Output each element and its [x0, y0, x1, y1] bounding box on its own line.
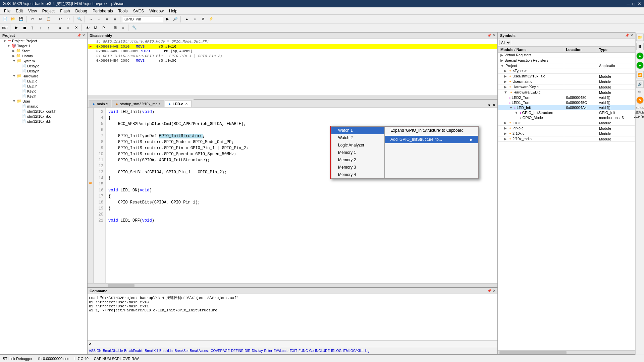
kw-enter[interactable]: Enter [264, 349, 272, 353]
sym-row-sfr[interactable]: ▶Special Function Registers [498, 58, 635, 63]
rsb-calc[interactable]: 🖩 [636, 43, 644, 50]
watch-button[interactable]: 👁 [84, 24, 91, 31]
bp-disable-button[interactable]: ○ [64, 24, 72, 31]
tree-item-key-h[interactable]: ▶ 📄 Key.h [0, 94, 87, 99]
tab-main-c[interactable]: ● main.c [89, 100, 111, 107]
redo-button[interactable]: ↪ [64, 16, 72, 22]
command-close[interactable]: ✕ [493, 289, 495, 293]
sym-row-virtual-reg[interactable]: ▶Virtual Registers [498, 53, 635, 58]
perf-button[interactable]: P [100, 24, 107, 31]
stop2-button[interactable]: ⏹ [21, 24, 28, 31]
menu-item-tools[interactable]: Tools [116, 8, 130, 14]
ctx-memory-3[interactable]: Memory 3 [331, 164, 384, 171]
sym-row-rcc[interactable]: ▶🔸.rcc.c Module [498, 120, 635, 126]
open-button[interactable]: 📂 [9, 16, 17, 22]
kw-log[interactable]: log [365, 349, 369, 353]
zoom-in-button[interactable]: 🔎 [172, 16, 179, 22]
editor-close-button[interactable]: ✕ [492, 103, 495, 107]
run2-button[interactable]: ▶ [13, 24, 20, 31]
tree-item-conf-h[interactable]: ▶ 📄 stm32f10x_conf.h [0, 109, 87, 114]
menu-item-svcs[interactable]: SVCS [130, 8, 147, 14]
toolbox-button[interactable]: 🔧 [131, 24, 138, 31]
rsb-folder[interactable]: 📁 [636, 34, 644, 41]
cut-button[interactable]: ✂ [29, 16, 36, 22]
tree-item-led-h[interactable]: ▶ 📄 LED.h [0, 83, 87, 88]
undo-button[interactable]: ↩ [56, 16, 64, 22]
kw-breaklist[interactable]: BreakList [159, 349, 173, 353]
tree-item-it-c[interactable]: ▶ 📄 stm32f10x_it.c [0, 114, 87, 119]
ctx-memory-4[interactable]: Memory 4 [331, 171, 384, 178]
save-button[interactable]: 💾 [17, 16, 25, 22]
ctx-watch-2[interactable]: Watch 2 [331, 134, 384, 141]
menu-item-debug[interactable]: Debug [73, 8, 90, 14]
ctx-memory-2[interactable]: Memory 2 [331, 156, 384, 164]
new-button[interactable]: 📄 [1, 16, 9, 22]
hscroll-thumb[interactable] [108, 284, 135, 287]
symbols-filter-dropdown[interactable]: All [499, 40, 511, 45]
ctx-submenu-add[interactable]: Add 'GPIO_InitStructure' to... ▶ [385, 136, 478, 143]
menu-item-flash[interactable]: Flash [57, 8, 72, 14]
unindent-button[interactable]: ← [95, 16, 103, 22]
step-out-button[interactable]: ↑ [45, 24, 52, 31]
ctx-logic-analyzer[interactable]: Logic Analyzer [331, 141, 384, 149]
command-pin[interactable]: 📌 [487, 289, 491, 293]
memory-button[interactable]: M [92, 24, 99, 31]
find-button[interactable]: 🔍 [76, 16, 83, 22]
tree-item-hardware[interactable]: ▼ 📁 Hardware [0, 73, 87, 78]
symbols-hscroll[interactable] [498, 350, 635, 354]
sym-row-2f10x[interactable]: ▶🔸2f10x.c Module [498, 131, 635, 136]
tree-item-led-c[interactable]: ▶ 📄 LED.c [0, 78, 87, 83]
rsb-wifi[interactable]: 📶 [636, 71, 644, 78]
tree-item-system[interactable]: ▼ 📁 System [0, 58, 87, 63]
command-input[interactable] [93, 342, 496, 346]
tree-item-start[interactable]: ▶ 📁 Start [0, 48, 87, 53]
editor-tab-dropdown[interactable]: ▼ [487, 103, 491, 107]
sym-row-gpio[interactable]: ▶🔸.gpio.c Module [498, 126, 635, 131]
sym-row-it-c[interactable]: ▶🔸User/stm32f10x_it.c Module [498, 74, 635, 79]
search-input[interactable] [123, 16, 163, 22]
disassembly-pin[interactable]: 📌 [487, 34, 491, 37]
step-in-button[interactable]: ↓ [37, 24, 44, 31]
minimize-button[interactable]: ─ [627, 1, 630, 6]
project-close-button[interactable]: ✕ [82, 34, 85, 37]
disassembly-hscroll[interactable] [88, 95, 497, 99]
sym-row-led-c-sym[interactable]: ▼🔸Hardware/LED.c Module [498, 90, 635, 95]
breakpoint-button[interactable]: ● [56, 24, 64, 31]
kw-display[interactable]: Display [252, 349, 263, 353]
tree-item-key-c[interactable]: ▶ 📄 Key.c [0, 88, 87, 94]
disassembly-content[interactable]: 8: GPIO_InitStructure.GPIO_Mode = GPIO_M… [88, 39, 497, 95]
kw-include[interactable]: INCLUDE [315, 349, 330, 353]
project-root[interactable]: ▼ 🗃 Project: Project [0, 39, 87, 43]
rsb-sound[interactable]: 🔊 [636, 80, 644, 88]
project-pin-button[interactable]: 📌 [77, 34, 81, 37]
tree-item-delay-c[interactable]: ▶ 📄 Delay.c [0, 63, 87, 68]
sym-row-led-init[interactable]: ▼♦LED_Init 0x080004A4 void f() [498, 105, 635, 110]
comment-button[interactable]: // [103, 16, 111, 22]
symbols-content[interactable]: Module / Name Location Type ▶Virtual Reg… [498, 47, 635, 350]
maximize-button[interactable]: □ [632, 1, 635, 6]
indent-button[interactable]: → [87, 16, 95, 22]
kw-coverage[interactable]: COVERAGE [211, 349, 230, 353]
logic-button[interactable]: ⊞ [111, 24, 119, 31]
menu-item-project[interactable]: Project [40, 8, 57, 14]
kw-go[interactable]: Go [309, 349, 314, 353]
sym-row-2f10x-md[interactable]: ▶🔸2f10x_md.s Module [498, 136, 635, 142]
sym-row-main-c[interactable]: ▶🔸User/main.c Module [498, 79, 635, 84]
tree-item-delay-h[interactable]: ▶ 📄 Delay.h [0, 68, 87, 73]
sym-row-gpio-init-struct[interactable]: ▼♦GPIO_InitStructure GPIO_Init [498, 110, 635, 115]
sym-row-led1-turn[interactable]: ♦LED1_Turn 0x0800045C void f() [498, 100, 635, 105]
tree-item-user[interactable]: ▼ 📁 User [0, 99, 87, 104]
symbols-pin[interactable]: 📌 [625, 34, 629, 37]
menu-item-edit[interactable]: Edit [13, 8, 25, 14]
sym-row-project[interactable]: ▼Project Applicatio [498, 63, 635, 68]
copy-button[interactable]: ⧉ [37, 16, 44, 22]
bp-clear-button[interactable]: ✕ [72, 24, 80, 31]
tree-item-it-h[interactable]: ▶ 📄 stm32f10x_it.h [0, 119, 87, 124]
disassembly-close[interactable]: ✕ [493, 34, 495, 37]
stop-button[interactable]: ○ [191, 16, 199, 22]
tab-led-close[interactable]: ✕ [185, 102, 188, 106]
dbg-button[interactable]: ⊗ [199, 16, 207, 22]
flash-button[interactable]: ⚡ [207, 16, 215, 22]
reset-button[interactable]: RST [1, 24, 9, 31]
kw-breakdisable[interactable]: BreakDisable [103, 349, 123, 353]
